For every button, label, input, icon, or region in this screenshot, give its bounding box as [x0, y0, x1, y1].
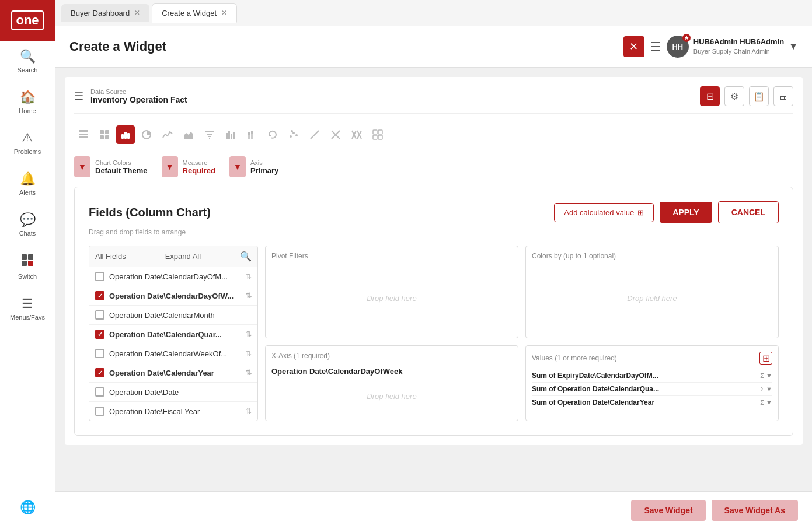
list-item[interactable]: Operation Date\CalendarMonth: [89, 306, 257, 325]
fields-layout: All Fields Expand All 🔍 Operation Date\C…: [89, 246, 779, 421]
sort-icon-8[interactable]: ⇅: [246, 407, 252, 415]
field-checkbox-6[interactable]: ✓: [95, 368, 104, 377]
sidebar-item-globe[interactable]: 🌐: [0, 492, 55, 523]
chart-tool-scatter[interactable]: [284, 125, 303, 144]
list-item[interactable]: Operation Date\CalendarDayOfM... ⇅: [89, 267, 257, 286]
axis-dropdown[interactable]: ▼: [229, 156, 246, 177]
chart-tool-bar2[interactable]: [221, 125, 240, 144]
axis-arrow[interactable]: ▼: [229, 156, 246, 177]
tab-create-close[interactable]: ✕: [221, 9, 227, 17]
apply-button[interactable]: APPLY: [660, 202, 712, 223]
tab-create-widget[interactable]: Create a Widget ✕: [152, 3, 237, 23]
chart-tool-pivot[interactable]: [95, 125, 114, 144]
xaxis-item: Operation Date\CalendarDayOfWeek: [271, 365, 512, 378]
chart-tool-area[interactable]: [179, 125, 198, 144]
save-widget-as-button[interactable]: Save Widget As: [712, 500, 798, 521]
pivot-filters-placeholder: Drop field here: [271, 265, 512, 332]
user-badge: ★: [682, 34, 691, 42]
field-checkbox-1[interactable]: [95, 272, 104, 281]
sidebar-item-problems[interactable]: ⚠ Problems: [0, 122, 55, 163]
sidebar-item-menus[interactable]: ☰ Menus/Favs: [0, 288, 55, 329]
field-name-4: Operation Date\CalendarQuar...: [109, 330, 241, 339]
avatar: HH ★: [667, 36, 689, 58]
sort-icon-2[interactable]: ⇅: [246, 292, 252, 300]
expand-all-button[interactable]: Expand All: [165, 252, 201, 261]
sort-icon-5[interactable]: ⇅: [246, 349, 252, 358]
values-icon[interactable]: ⊞: [759, 352, 772, 365]
sidebar-label-search: Search: [18, 66, 38, 73]
sort-icon-1[interactable]: ⇅: [246, 272, 252, 281]
measure-dropdown[interactable]: ▼: [162, 156, 178, 177]
field-search-icon[interactable]: 🔍: [240, 251, 252, 262]
chart-tool-line[interactable]: [158, 125, 177, 144]
sidebar-item-switch[interactable]: Switch: [0, 245, 55, 288]
add-calculated-value-button[interactable]: Add calculated value ⊞: [554, 203, 654, 222]
chart-tool-grid2[interactable]: [368, 125, 387, 144]
logo-text: one: [11, 10, 43, 30]
chart-tool-stacked[interactable]: [242, 125, 261, 144]
sigma-2[interactable]: Σ ▼: [760, 386, 772, 393]
field-checkbox-4[interactable]: ✓: [95, 330, 104, 339]
svg-point-30: [295, 134, 298, 136]
sidebar-item-chats[interactable]: 💬 Chats: [0, 204, 55, 245]
sidebar-item-search[interactable]: 🔍 Search: [0, 41, 55, 82]
chart-tool-pie[interactable]: [137, 125, 156, 144]
values-label: Values (1 or more required): [532, 354, 617, 362]
svg-rect-0: [22, 254, 27, 260]
chart-tool-table[interactable]: [74, 125, 93, 144]
export-button[interactable]: 📋: [749, 86, 769, 106]
cancel-button[interactable]: CANCEL: [718, 201, 779, 223]
data-source-info: Data Source Inventory Operation Fact: [90, 88, 187, 104]
chart-tool-bar[interactable]: [116, 125, 135, 144]
sort-icon-4[interactable]: ⇅: [246, 330, 252, 338]
colors-by-zone[interactable]: Colors by (up to 1 optional) Drop field …: [525, 246, 779, 338]
chevron-down-icon[interactable]: ▼: [789, 41, 798, 52]
chart-tool-funnel[interactable]: [200, 125, 219, 144]
xaxis-panel[interactable]: X-Axis (1 required) Operation Date\Calen…: [265, 345, 518, 421]
chart-tool-cross[interactable]: [326, 125, 345, 144]
chart-tool-diagonal[interactable]: [305, 125, 324, 144]
svg-rect-4: [79, 130, 88, 132]
sigma-1[interactable]: Σ ▼: [760, 372, 772, 379]
field-checkbox-2[interactable]: ✓: [95, 291, 104, 300]
gear-button[interactable]: ⚙: [724, 86, 744, 106]
list-item[interactable]: ✓ Operation Date\CalendarQuar... ⇅: [89, 325, 257, 344]
xaxis-label: X-Axis (1 required): [271, 352, 512, 360]
chart-colors-arrow[interactable]: ▼: [74, 156, 90, 177]
measure-arrow[interactable]: ▼: [162, 156, 178, 177]
data-source-bar: ☰ Data Source Inventory Operation Fact ⊟…: [74, 86, 793, 114]
field-checkbox-8[interactable]: [95, 407, 104, 416]
header-menu-icon[interactable]: ☰: [650, 40, 661, 54]
list-item[interactable]: ✓ Operation Date\CalendarDayOfW... ⇅: [89, 286, 257, 306]
pivot-filters-zone[interactable]: Pivot Filters Drop field here: [265, 246, 518, 338]
save-widget-button[interactable]: Save Widget: [631, 500, 705, 521]
filter-settings-button[interactable]: ⊟: [700, 86, 720, 106]
svg-rect-12: [124, 132, 127, 139]
close-button[interactable]: ✕: [623, 36, 644, 57]
chart-colors-dropdown[interactable]: ▼: [74, 156, 90, 177]
sidebar-item-home[interactable]: 🏠 Home: [0, 82, 55, 122]
chart-tool-refresh[interactable]: [263, 125, 282, 144]
list-item[interactable]: ✓ Operation Date\CalendarYear ⇅: [89, 363, 257, 383]
sidebar-item-alerts[interactable]: 🔔 Alerts: [0, 163, 55, 204]
field-checkbox-3[interactable]: [95, 310, 104, 320]
user-area[interactable]: HH ★ HUB6Admin HUB6Admin Buyer Supply Ch…: [667, 36, 798, 58]
list-item: Sum of ExpiryDate\CalendarDayOfM... Σ ▼: [532, 369, 772, 383]
chart-tool-double-cross[interactable]: [347, 125, 366, 144]
field-checkbox-7[interactable]: [95, 387, 104, 397]
field-checkbox-5[interactable]: [95, 349, 104, 358]
sigma-3[interactable]: Σ ▼: [760, 399, 772, 406]
list-item[interactable]: Operation Date\Fiscal Year ⇅: [89, 402, 257, 421]
svg-rect-3: [28, 261, 33, 266]
list-item[interactable]: Operation Date\Date: [89, 383, 257, 402]
add-calc-label: Add calculated value: [564, 208, 634, 217]
list-item[interactable]: Operation Date\CalendarWeekOf... ⇅: [89, 344, 257, 363]
app-logo[interactable]: one: [0, 0, 55, 41]
svg-point-29: [292, 132, 295, 134]
tab-buyer-dashboard[interactable]: Buyer Dashboard ✕: [61, 4, 149, 22]
print-button[interactable]: 🖨: [773, 86, 793, 106]
tab-buyer-close[interactable]: ✕: [134, 9, 140, 17]
measure-text: Measure Required: [183, 159, 215, 175]
sort-icon-6[interactable]: ⇅: [246, 369, 252, 377]
user-info: HUB6Admin HUB6Admin Buyer Supply Chain A…: [693, 37, 784, 55]
